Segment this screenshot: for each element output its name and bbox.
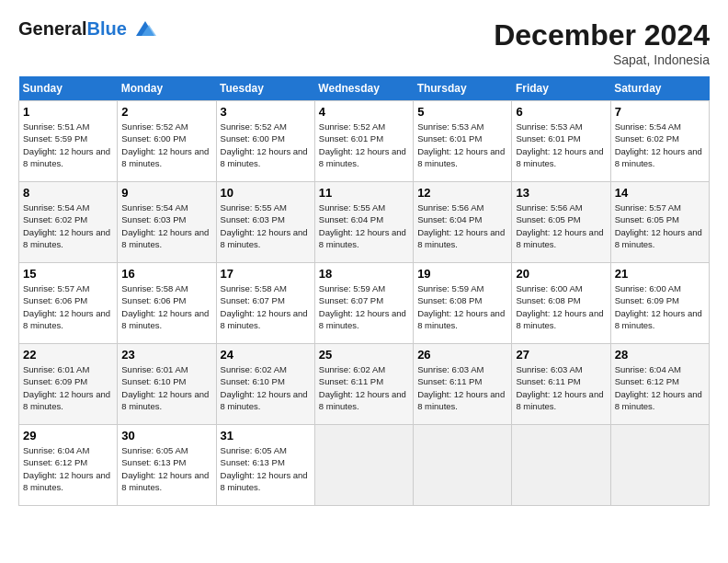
day-number: 19 (417, 267, 507, 281)
day-number: 1 (23, 105, 113, 119)
day-info: Sunrise: 6:02 AMSunset: 6:10 PMDaylight:… (221, 363, 311, 412)
month-title: December 2024 (494, 18, 710, 52)
calendar-day-cell: 8Sunrise: 5:54 AMSunset: 6:02 PMDaylight… (19, 182, 118, 263)
calendar-day-cell: 26Sunrise: 6:03 AMSunset: 6:11 PMDayligh… (414, 344, 512, 425)
calendar-day-cell: 5Sunrise: 5:53 AMSunset: 6:01 PMDaylight… (414, 101, 512, 182)
calendar-day-cell (512, 425, 610, 506)
calendar-day-cell: 4Sunrise: 5:52 AMSunset: 6:01 PMDaylight… (314, 101, 413, 182)
day-number: 29 (23, 429, 113, 442)
day-info: Sunrise: 6:04 AMSunset: 6:12 PMDaylight:… (23, 444, 113, 493)
calendar-day-cell (414, 425, 512, 506)
day-number: 21 (615, 267, 705, 281)
calendar-day-cell: 1Sunrise: 5:51 AMSunset: 5:59 PMDaylight… (19, 101, 118, 182)
calendar-day-cell: 23Sunrise: 6:01 AMSunset: 6:10 PMDayligh… (118, 344, 216, 425)
day-info: Sunrise: 6:04 AMSunset: 6:12 PMDaylight:… (615, 363, 705, 412)
weekday-header-saturday: Saturday (610, 76, 709, 101)
calendar-week-row: 29Sunrise: 6:04 AMSunset: 6:12 PMDayligh… (19, 425, 710, 506)
day-number: 18 (319, 267, 409, 281)
day-number: 6 (516, 105, 606, 119)
day-info: Sunrise: 5:55 AMSunset: 6:04 PMDaylight:… (319, 201, 409, 250)
day-number: 22 (23, 348, 113, 362)
day-info: Sunrise: 5:58 AMSunset: 6:07 PMDaylight:… (221, 282, 311, 331)
calendar-day-cell: 14Sunrise: 5:57 AMSunset: 6:05 PMDayligh… (610, 182, 709, 263)
day-info: Sunrise: 5:51 AMSunset: 5:59 PMDaylight:… (23, 121, 113, 169)
logo-icon (129, 19, 158, 40)
day-info: Sunrise: 5:52 AMSunset: 6:00 PMDaylight:… (221, 121, 311, 169)
day-number: 26 (417, 348, 507, 362)
day-number: 3 (221, 105, 311, 119)
day-info: Sunrise: 5:52 AMSunset: 6:01 PMDaylight:… (319, 121, 409, 169)
page-header: GeneralBlue December 2024 Sapat, Indones… (18, 18, 710, 67)
day-info: Sunrise: 5:58 AMSunset: 6:06 PMDaylight:… (121, 282, 211, 331)
calendar-day-cell: 2Sunrise: 5:52 AMSunset: 6:00 PMDaylight… (118, 101, 216, 182)
calendar-day-cell: 28Sunrise: 6:04 AMSunset: 6:12 PMDayligh… (610, 344, 709, 425)
calendar-day-cell: 22Sunrise: 6:01 AMSunset: 6:09 PMDayligh… (19, 344, 118, 425)
calendar-day-cell: 15Sunrise: 5:57 AMSunset: 6:06 PMDayligh… (19, 263, 118, 344)
calendar-day-cell: 3Sunrise: 5:52 AMSunset: 6:00 PMDaylight… (216, 101, 314, 182)
day-number: 5 (417, 105, 507, 119)
day-number: 24 (221, 348, 311, 362)
location: Sapat, Indonesia (494, 52, 710, 67)
day-info: Sunrise: 6:03 AMSunset: 6:11 PMDaylight:… (417, 363, 507, 412)
day-number: 14 (615, 186, 705, 200)
calendar-day-cell: 17Sunrise: 5:58 AMSunset: 6:07 PMDayligh… (216, 263, 314, 344)
weekday-header-friday: Friday (512, 76, 610, 101)
day-number: 23 (121, 348, 211, 362)
calendar-day-cell: 27Sunrise: 6:03 AMSunset: 6:11 PMDayligh… (512, 344, 610, 425)
calendar-day-cell (314, 425, 413, 506)
day-info: Sunrise: 6:05 AMSunset: 6:13 PMDaylight:… (121, 444, 211, 493)
day-number: 15 (23, 267, 113, 281)
day-number: 9 (121, 186, 211, 200)
day-info: Sunrise: 6:05 AMSunset: 6:13 PMDaylight:… (221, 444, 311, 493)
calendar-day-cell: 18Sunrise: 5:59 AMSunset: 6:07 PMDayligh… (314, 263, 413, 344)
day-info: Sunrise: 5:54 AMSunset: 6:03 PMDaylight:… (121, 201, 211, 250)
calendar-day-cell: 25Sunrise: 6:02 AMSunset: 6:11 PMDayligh… (314, 344, 413, 425)
calendar-day-cell: 11Sunrise: 5:55 AMSunset: 6:04 PMDayligh… (314, 182, 413, 263)
day-number: 16 (121, 267, 211, 281)
day-number: 13 (516, 186, 606, 200)
day-info: Sunrise: 5:52 AMSunset: 6:00 PMDaylight:… (121, 121, 211, 169)
calendar-week-row: 22Sunrise: 6:01 AMSunset: 6:09 PMDayligh… (19, 344, 710, 425)
calendar-day-cell: 7Sunrise: 5:54 AMSunset: 6:02 PMDaylight… (610, 101, 709, 182)
day-info: Sunrise: 5:54 AMSunset: 6:02 PMDaylight:… (615, 121, 705, 169)
day-number: 20 (516, 267, 606, 281)
day-info: Sunrise: 5:54 AMSunset: 6:02 PMDaylight:… (23, 201, 113, 250)
day-info: Sunrise: 5:59 AMSunset: 6:08 PMDaylight:… (417, 282, 507, 331)
calendar-week-row: 1Sunrise: 5:51 AMSunset: 5:59 PMDaylight… (19, 101, 710, 182)
day-number: 4 (319, 105, 409, 119)
weekday-header-monday: Monday (118, 76, 216, 101)
day-number: 11 (319, 186, 409, 200)
calendar-day-cell: 12Sunrise: 5:56 AMSunset: 6:04 PMDayligh… (414, 182, 512, 263)
day-number: 28 (615, 348, 705, 362)
day-info: Sunrise: 5:56 AMSunset: 6:05 PMDaylight:… (516, 201, 606, 250)
calendar-day-cell: 19Sunrise: 5:59 AMSunset: 6:08 PMDayligh… (414, 263, 512, 344)
day-info: Sunrise: 5:59 AMSunset: 6:07 PMDaylight:… (319, 282, 409, 331)
calendar-day-cell: 21Sunrise: 6:00 AMSunset: 6:09 PMDayligh… (610, 263, 709, 344)
calendar-day-cell: 6Sunrise: 5:53 AMSunset: 6:01 PMDaylight… (512, 101, 610, 182)
calendar-day-cell (610, 425, 709, 506)
calendar-table: SundayMondayTuesdayWednesdayThursdayFrid… (18, 76, 710, 506)
day-info: Sunrise: 5:55 AMSunset: 6:03 PMDaylight:… (221, 201, 311, 250)
weekday-header-thursday: Thursday (414, 76, 512, 101)
day-number: 2 (121, 105, 211, 119)
calendar-day-cell: 20Sunrise: 6:00 AMSunset: 6:08 PMDayligh… (512, 263, 610, 344)
day-number: 12 (417, 186, 507, 200)
day-number: 27 (516, 348, 606, 362)
day-number: 25 (319, 348, 409, 362)
day-info: Sunrise: 6:02 AMSunset: 6:11 PMDaylight:… (319, 363, 409, 412)
calendar-day-cell: 30Sunrise: 6:05 AMSunset: 6:13 PMDayligh… (118, 425, 216, 506)
calendar-day-cell: 16Sunrise: 5:58 AMSunset: 6:06 PMDayligh… (118, 263, 216, 344)
day-info: Sunrise: 5:53 AMSunset: 6:01 PMDaylight:… (417, 121, 507, 169)
weekday-header-row: SundayMondayTuesdayWednesdayThursdayFrid… (19, 76, 710, 101)
day-info: Sunrise: 6:03 AMSunset: 6:11 PMDaylight:… (516, 363, 606, 412)
day-number: 17 (221, 267, 311, 281)
title-block: December 2024 Sapat, Indonesia (494, 18, 710, 67)
weekday-header-sunday: Sunday (19, 76, 118, 101)
day-number: 31 (221, 429, 311, 442)
day-number: 10 (221, 186, 311, 200)
logo-text: GeneralBlue (18, 18, 127, 40)
day-info: Sunrise: 5:57 AMSunset: 6:05 PMDaylight:… (615, 201, 705, 250)
day-info: Sunrise: 6:01 AMSunset: 6:10 PMDaylight:… (121, 363, 211, 412)
calendar-week-row: 8Sunrise: 5:54 AMSunset: 6:02 PMDaylight… (19, 182, 710, 263)
day-info: Sunrise: 5:56 AMSunset: 6:04 PMDaylight:… (417, 201, 507, 250)
